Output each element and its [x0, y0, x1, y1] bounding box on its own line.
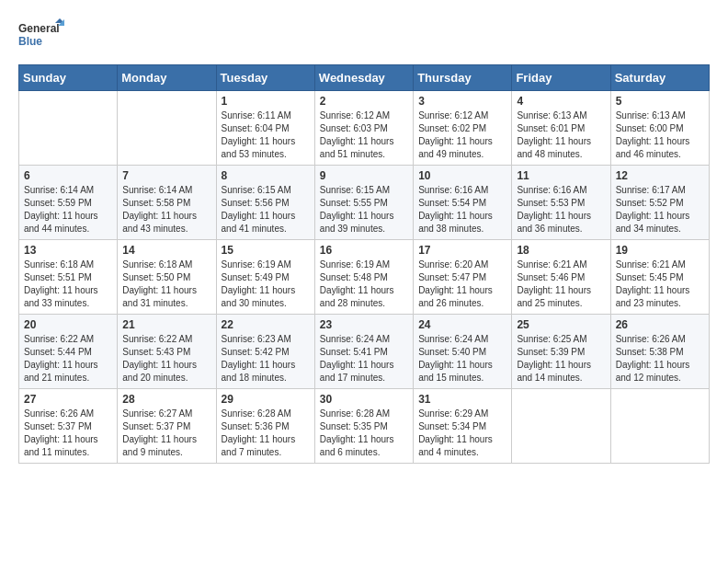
calendar-cell: 28Sunrise: 6:27 AMSunset: 5:37 PMDayligh… [118, 389, 216, 464]
calendar-cell: 29Sunrise: 6:28 AMSunset: 5:36 PMDayligh… [216, 389, 314, 464]
svg-text:General: General [18, 22, 60, 35]
day-number: 6 [24, 169, 112, 182]
calendar-cell: 12Sunrise: 6:17 AMSunset: 5:52 PMDayligh… [610, 166, 709, 240]
page-header: General Blue [18, 18, 710, 55]
calendar-table: SundayMondayTuesdayWednesdayThursdayFrid… [18, 64, 710, 464]
calendar-cell: 31Sunrise: 6:29 AMSunset: 5:34 PMDayligh… [414, 389, 512, 464]
day-info: Sunrise: 6:14 AMSunset: 5:58 PMDaylight:… [122, 184, 210, 236]
day-number: 14 [122, 244, 210, 257]
day-info: Sunrise: 6:12 AMSunset: 6:03 PMDaylight:… [320, 109, 408, 161]
weekday-header-wednesday: Wednesday [314, 65, 413, 91]
day-info: Sunrise: 6:20 AMSunset: 5:47 PMDaylight:… [418, 259, 506, 310]
day-number: 17 [418, 244, 506, 257]
calendar-cell: 23Sunrise: 6:24 AMSunset: 5:41 PMDayligh… [314, 315, 413, 389]
calendar-cell: 7Sunrise: 6:14 AMSunset: 5:58 PMDaylight… [118, 166, 216, 240]
weekday-header-tuesday: Tuesday [216, 65, 314, 91]
day-number: 20 [24, 318, 112, 331]
day-info: Sunrise: 6:21 AMSunset: 5:45 PMDaylight:… [616, 259, 704, 310]
day-number: 15 [222, 244, 310, 257]
day-info: Sunrise: 6:13 AMSunset: 6:00 PMDaylight:… [616, 109, 704, 161]
day-info: Sunrise: 6:15 AMSunset: 5:55 PMDaylight:… [320, 184, 408, 236]
day-number: 25 [517, 318, 605, 331]
calendar-week-2: 6Sunrise: 6:14 AMSunset: 5:59 PMDaylight… [19, 166, 710, 240]
day-number: 3 [418, 95, 506, 108]
day-info: Sunrise: 6:12 AMSunset: 6:02 PMDaylight:… [418, 109, 506, 161]
day-number: 29 [222, 393, 310, 406]
weekday-header-row: SundayMondayTuesdayWednesdayThursdayFrid… [19, 65, 710, 91]
day-info: Sunrise: 6:19 AMSunset: 5:49 PMDaylight:… [222, 259, 310, 310]
day-info: Sunrise: 6:16 AMSunset: 5:53 PMDaylight:… [517, 184, 605, 236]
day-info: Sunrise: 6:24 AMSunset: 5:41 PMDaylight:… [320, 333, 408, 385]
weekday-header-thursday: Thursday [414, 65, 512, 91]
calendar-cell: 8Sunrise: 6:15 AMSunset: 5:56 PMDaylight… [216, 166, 314, 240]
calendar-cell: 26Sunrise: 6:26 AMSunset: 5:38 PMDayligh… [610, 315, 709, 389]
day-number: 16 [320, 244, 408, 257]
day-info: Sunrise: 6:28 AMSunset: 5:36 PMDaylight:… [222, 408, 310, 459]
day-number: 5 [616, 95, 704, 108]
svg-text:Blue: Blue [18, 35, 42, 48]
day-info: Sunrise: 6:13 AMSunset: 6:01 PMDaylight:… [517, 109, 605, 161]
day-info: Sunrise: 6:22 AMSunset: 5:43 PMDaylight:… [122, 333, 210, 385]
weekday-header-sunday: Sunday [19, 65, 118, 91]
calendar-cell: 4Sunrise: 6:13 AMSunset: 6:01 PMDaylight… [512, 91, 610, 166]
calendar-cell: 17Sunrise: 6:20 AMSunset: 5:47 PMDayligh… [414, 240, 512, 315]
day-info: Sunrise: 6:26 AMSunset: 5:37 PMDaylight:… [24, 408, 112, 459]
day-number: 24 [418, 318, 506, 331]
day-number: 13 [24, 244, 112, 257]
day-number: 21 [122, 318, 210, 331]
day-number: 11 [517, 169, 605, 182]
day-info: Sunrise: 6:25 AMSunset: 5:39 PMDaylight:… [517, 333, 605, 385]
calendar-cell [19, 91, 118, 166]
calendar-cell: 20Sunrise: 6:22 AMSunset: 5:44 PMDayligh… [19, 315, 118, 389]
weekday-header-monday: Monday [118, 65, 216, 91]
day-info: Sunrise: 6:18 AMSunset: 5:51 PMDaylight:… [24, 259, 112, 310]
day-info: Sunrise: 6:23 AMSunset: 5:42 PMDaylight:… [222, 333, 310, 385]
day-number: 7 [122, 169, 210, 182]
weekday-header-friday: Friday [512, 65, 610, 91]
day-number: 10 [418, 169, 506, 182]
calendar-cell: 21Sunrise: 6:22 AMSunset: 5:43 PMDayligh… [118, 315, 216, 389]
calendar-cell: 30Sunrise: 6:28 AMSunset: 5:35 PMDayligh… [314, 389, 413, 464]
calendar-cell: 5Sunrise: 6:13 AMSunset: 6:00 PMDaylight… [610, 91, 709, 166]
day-number: 1 [222, 95, 310, 108]
day-number: 30 [320, 393, 408, 406]
calendar-cell: 1Sunrise: 6:11 AMSunset: 6:04 PMDaylight… [216, 91, 314, 166]
day-number: 8 [222, 169, 310, 182]
day-number: 27 [24, 393, 112, 406]
calendar-cell: 2Sunrise: 6:12 AMSunset: 6:03 PMDaylight… [314, 91, 413, 166]
calendar-week-1: 1Sunrise: 6:11 AMSunset: 6:04 PMDaylight… [19, 91, 710, 166]
day-number: 4 [517, 95, 605, 108]
calendar-cell [118, 91, 216, 166]
calendar-cell: 24Sunrise: 6:24 AMSunset: 5:40 PMDayligh… [414, 315, 512, 389]
calendar-cell: 27Sunrise: 6:26 AMSunset: 5:37 PMDayligh… [19, 389, 118, 464]
calendar-week-5: 27Sunrise: 6:26 AMSunset: 5:37 PMDayligh… [19, 389, 710, 464]
calendar-cell: 19Sunrise: 6:21 AMSunset: 5:45 PMDayligh… [610, 240, 709, 315]
calendar-cell: 18Sunrise: 6:21 AMSunset: 5:46 PMDayligh… [512, 240, 610, 315]
calendar-cell: 3Sunrise: 6:12 AMSunset: 6:02 PMDaylight… [414, 91, 512, 166]
logo-bird-icon: General Blue [18, 18, 64, 55]
calendar-week-3: 13Sunrise: 6:18 AMSunset: 5:51 PMDayligh… [19, 240, 710, 315]
day-number: 31 [418, 393, 506, 406]
day-info: Sunrise: 6:27 AMSunset: 5:37 PMDaylight:… [122, 408, 210, 459]
calendar-cell: 16Sunrise: 6:19 AMSunset: 5:48 PMDayligh… [314, 240, 413, 315]
day-info: Sunrise: 6:16 AMSunset: 5:54 PMDaylight:… [418, 184, 506, 236]
day-info: Sunrise: 6:29 AMSunset: 5:34 PMDaylight:… [418, 408, 506, 459]
calendar-week-4: 20Sunrise: 6:22 AMSunset: 5:44 PMDayligh… [19, 315, 710, 389]
day-info: Sunrise: 6:11 AMSunset: 6:04 PMDaylight:… [222, 109, 310, 161]
calendar-cell: 15Sunrise: 6:19 AMSunset: 5:49 PMDayligh… [216, 240, 314, 315]
day-info: Sunrise: 6:21 AMSunset: 5:46 PMDaylight:… [517, 259, 605, 310]
day-info: Sunrise: 6:28 AMSunset: 5:35 PMDaylight:… [320, 408, 408, 459]
day-number: 18 [517, 244, 605, 257]
day-info: Sunrise: 6:17 AMSunset: 5:52 PMDaylight:… [616, 184, 704, 236]
logo: General Blue [18, 18, 64, 55]
day-number: 28 [122, 393, 210, 406]
calendar-cell: 6Sunrise: 6:14 AMSunset: 5:59 PMDaylight… [19, 166, 118, 240]
weekday-header-saturday: Saturday [610, 65, 709, 91]
calendar-cell: 10Sunrise: 6:16 AMSunset: 5:54 PMDayligh… [414, 166, 512, 240]
calendar-cell [512, 389, 610, 464]
calendar-cell: 9Sunrise: 6:15 AMSunset: 5:55 PMDaylight… [314, 166, 413, 240]
day-info: Sunrise: 6:19 AMSunset: 5:48 PMDaylight:… [320, 259, 408, 310]
day-number: 23 [320, 318, 408, 331]
day-info: Sunrise: 6:26 AMSunset: 5:38 PMDaylight:… [616, 333, 704, 385]
day-info: Sunrise: 6:15 AMSunset: 5:56 PMDaylight:… [222, 184, 310, 236]
